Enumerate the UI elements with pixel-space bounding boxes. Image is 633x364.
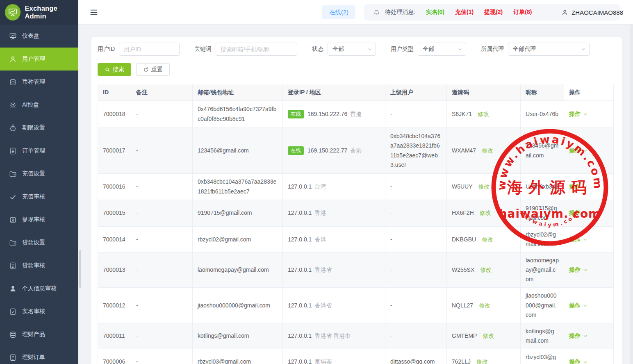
chevron-down-icon xyxy=(583,237,588,242)
topbar: 在线(2) 待处理消息: 实名(0) 充值(1) 提现(2) 订单(8) ZHA… xyxy=(78,0,633,25)
check-icon xyxy=(9,193,17,201)
user-type-select[interactable]: 全部 xyxy=(418,43,466,56)
sidebar-item-recharge-settings[interactable]: 充值设置 xyxy=(0,162,78,185)
chevron-down-icon xyxy=(583,184,588,189)
chevron-down-icon xyxy=(583,303,588,308)
username: ZHAOCAIMAO888 xyxy=(572,9,623,16)
pending-recharge[interactable]: 充值(1) xyxy=(455,9,474,16)
app-logo-icon xyxy=(5,4,20,20)
folder-icon xyxy=(9,170,17,178)
chevron-down-icon xyxy=(583,267,588,273)
logo-bar: Exchange Admin xyxy=(0,0,78,25)
sidebar-item-loan-review[interactable]: 贷款审核 xyxy=(0,254,78,277)
keyword-label: 关键词 xyxy=(194,46,212,53)
table-row: 7000015 - 9190715@gmail.com 127.0.0.1香港 … xyxy=(98,200,614,227)
table-row: 7000012 - jiaoshou000000@gmail.com 127.0… xyxy=(98,288,614,323)
user-menu[interactable]: ZHAOCAIMAO888 xyxy=(561,0,623,25)
table-row: 7000017 - 123456@gmail.com 在线169.150.222… xyxy=(98,128,614,174)
menu-collapse-icon[interactable] xyxy=(89,8,98,16)
modify-link[interactable]: 修改 xyxy=(479,301,490,310)
sidebar-item-user-management[interactable]: 用户管理 xyxy=(0,48,78,71)
chevron-down-icon xyxy=(458,47,462,52)
action-dropdown[interactable]: 操作 xyxy=(569,182,588,191)
chevron-down-icon xyxy=(583,211,588,216)
sidebar: Exchange Admin 仪表盘 用户管理 币种管理 AI控盘 期限设置 订… xyxy=(0,0,78,364)
search-button[interactable]: 搜索 xyxy=(98,63,131,76)
online-badge: 在线 xyxy=(288,146,304,155)
user-id-input[interactable] xyxy=(119,43,180,56)
status-select[interactable]: 全部 xyxy=(328,43,376,56)
app-root: Exchange Admin 仪表盘 用户管理 币种管理 AI控盘 期限设置 订… xyxy=(0,0,633,364)
folder-icon xyxy=(9,239,17,247)
gear-icon xyxy=(9,101,17,109)
status-label: 状态 xyxy=(312,46,323,53)
filter-status: 状态 全部 xyxy=(312,43,376,56)
user-filled-icon xyxy=(9,285,17,293)
sidebar-item-order-management[interactable]: 订单管理 xyxy=(0,139,78,162)
modify-link[interactable]: 修改 xyxy=(482,235,493,244)
action-dropdown[interactable]: 操作 xyxy=(569,357,588,364)
modify-link[interactable]: 修改 xyxy=(476,357,488,364)
sidebar-item-profile-review[interactable]: 个人信息审核 xyxy=(0,277,78,300)
action-dropdown[interactable]: 操作 xyxy=(569,208,588,218)
modify-link[interactable]: 修改 xyxy=(478,109,489,119)
action-dropdown[interactable]: 操作 xyxy=(569,146,588,155)
modify-link[interactable]: 修改 xyxy=(480,208,491,218)
action-dropdown[interactable]: 操作 xyxy=(569,109,588,119)
sidebar-item-ai-control[interactable]: AI控盘 xyxy=(0,93,78,116)
modify-link[interactable]: 修改 xyxy=(482,146,493,155)
doc-check-icon xyxy=(9,308,17,316)
action-dropdown[interactable]: 操作 xyxy=(569,235,588,244)
chevron-down-icon xyxy=(583,111,588,117)
modify-link[interactable]: 修改 xyxy=(483,331,494,341)
chevron-down-icon xyxy=(583,333,588,339)
filter-keyword: 关键词 xyxy=(194,43,297,56)
table-row: 7000014 - rbzycl02@gmail.com 127.0.0.1香港… xyxy=(98,227,614,253)
card-icon xyxy=(9,216,17,224)
sidebar-item-currency-management[interactable]: 币种管理 xyxy=(0,71,78,93)
chevron-down-icon xyxy=(367,47,372,52)
filter-actions: 搜索 重置 xyxy=(98,63,614,76)
pending-kyc[interactable]: 实名(0) xyxy=(426,9,444,16)
sidebar-item-withdraw-review[interactable]: 提现审核 xyxy=(0,208,78,231)
timer-icon xyxy=(9,124,17,132)
users-card: 用户ID 关键词 状态 全部 用户类型 全部 xyxy=(91,37,622,364)
app-title: Exchange Admin xyxy=(25,5,78,20)
modify-link[interactable]: 修改 xyxy=(480,265,492,275)
sidebar-item-dashboard[interactable]: 仪表盘 xyxy=(0,25,78,48)
pending-label: 待处理消息: xyxy=(385,9,415,16)
modify-link[interactable]: 修改 xyxy=(478,182,490,191)
filter-user-id: 用户ID xyxy=(98,43,180,56)
action-dropdown[interactable]: 操作 xyxy=(569,301,588,310)
search-icon xyxy=(105,67,110,73)
table-header-row: ID 备注 邮箱/钱包地址 登录IP / 地区 上级用户 邀请码 昵称 操作 xyxy=(98,84,614,101)
table-row: 7000018 - 0x476bd6156c4fa90c7327a9fbc0af… xyxy=(98,101,614,128)
filter-agent: 所属代理 全部代理 xyxy=(481,43,590,56)
sidebar-item-kyc-review[interactable]: 实名审核 xyxy=(0,300,78,323)
sidebar-item-wealth-products[interactable]: 理财产品 xyxy=(0,323,78,346)
sidebar-item-loan-settings[interactable]: 贷款设置 xyxy=(0,231,78,254)
action-dropdown[interactable]: 操作 xyxy=(569,331,588,341)
refresh-icon xyxy=(143,67,149,73)
pending-withdraw[interactable]: 提现(2) xyxy=(484,9,503,16)
reset-button[interactable]: 重置 xyxy=(136,63,170,76)
coins-icon xyxy=(9,78,17,86)
sidebar-menu: 仪表盘 用户管理 币种管理 AI控盘 期限设置 订单管理 充值设置 充值审核 提… xyxy=(0,25,78,364)
users-table: ID 备注 邮箱/钱包地址 登录IP / 地区 上级用户 邀请码 昵称 操作 7… xyxy=(98,84,614,364)
page-scrollbar[interactable] xyxy=(630,25,633,364)
main-area: 在线(2) 待处理消息: 实名(0) 充值(1) 提现(2) 订单(8) ZHA… xyxy=(78,0,633,364)
content-area: 用户ID 关键词 状态 全部 用户类型 全部 xyxy=(78,25,633,364)
action-dropdown[interactable]: 操作 xyxy=(569,265,588,275)
table-row: 7000016 - 0xb348cbc104a376a7aa2833e1821f… xyxy=(98,174,614,200)
pending-orders[interactable]: 订单(8) xyxy=(513,9,532,16)
sidebar-item-term-settings[interactable]: 期限设置 xyxy=(0,116,78,139)
sidebar-scrollbar-thumb[interactable] xyxy=(79,250,81,288)
agent-select[interactable]: 全部代理 xyxy=(508,43,590,56)
keyword-input[interactable] xyxy=(216,43,297,56)
sidebar-item-wealth-orders[interactable]: 理财订单 xyxy=(0,346,78,364)
online-count-chip[interactable]: 在线(2) xyxy=(322,5,355,19)
coins-icon xyxy=(9,331,17,339)
sidebar-item-recharge-review[interactable]: 充值审核 xyxy=(0,185,78,208)
chevron-down-icon xyxy=(583,359,588,364)
chevron-down-icon xyxy=(583,148,588,153)
